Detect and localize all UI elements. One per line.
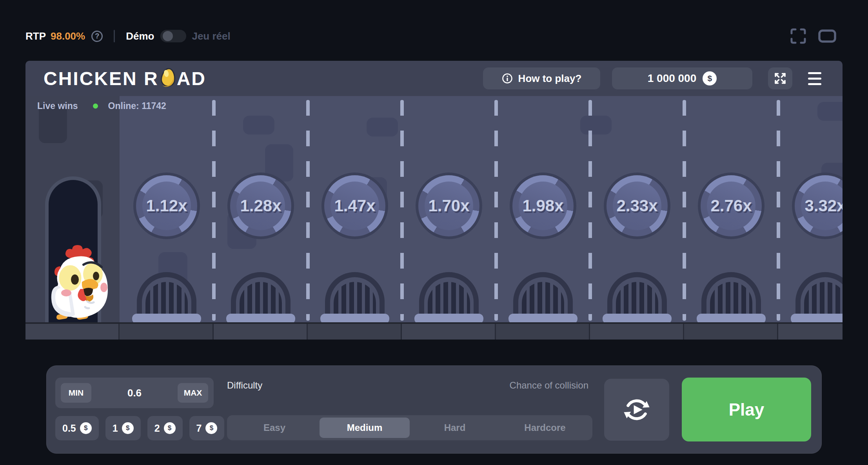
tab-hardcore[interactable]: Hardcore bbox=[500, 418, 590, 438]
multiplier-plate: 3.32x bbox=[792, 173, 843, 239]
lane-3: 1.47x bbox=[308, 96, 402, 322]
live-wins-label[interactable]: Live wins bbox=[37, 101, 78, 111]
game-header: CHICKEN R AD How to bbox=[25, 61, 843, 96]
multiplier-plate: 1.98x bbox=[510, 173, 576, 239]
header-actions: How to play? 1 000 000 $ bbox=[483, 67, 821, 89]
logo-text-prefix: CHICKEN R bbox=[44, 68, 159, 89]
live-bar: Live wins Online: 11742 bbox=[37, 101, 166, 111]
autoplay-icon bbox=[621, 394, 652, 425]
online-dot-icon bbox=[93, 104, 98, 109]
min-bet-button[interactable]: MIN bbox=[61, 383, 91, 403]
rtp-value: 98.00% bbox=[51, 30, 85, 42]
bet-amount-box: MIN 0.6 MAX bbox=[55, 378, 214, 408]
sewer-grate bbox=[791, 271, 843, 322]
autoplay-button[interactable] bbox=[604, 379, 669, 441]
multiplier-value: 2.76x bbox=[698, 173, 764, 239]
demo-mode-label: Démo bbox=[126, 30, 154, 42]
curb bbox=[25, 322, 843, 340]
quick-bet-chips: 0.5 $ 1 $ 2 $ 7 $ bbox=[55, 416, 224, 440]
chance-of-collision-label: Chance of collision bbox=[510, 380, 592, 391]
how-to-play-button[interactable]: How to play? bbox=[483, 67, 600, 89]
menu-bar bbox=[808, 83, 821, 85]
online-count: Online: 11742 bbox=[108, 101, 166, 111]
expand-arrows-icon bbox=[774, 72, 787, 85]
dollar-coin-icon: $ bbox=[80, 422, 92, 434]
sewer-grate bbox=[508, 271, 577, 322]
multiplier-value: 1.47x bbox=[321, 173, 388, 239]
chicken-road-game-page: RTP 98.00% ? Démo Jeu réel CHICKEN R bbox=[0, 0, 868, 465]
fullscreen-icon[interactable] bbox=[790, 28, 806, 44]
multiplier-plate: 1.70x bbox=[416, 173, 482, 239]
tab-hard[interactable]: Hard bbox=[410, 418, 500, 438]
balance-display[interactable]: 1 000 000 $ bbox=[612, 67, 752, 89]
real-mode-label: Jeu réel bbox=[192, 30, 230, 42]
divider bbox=[114, 30, 115, 42]
multiplier-value: 1.28x bbox=[227, 173, 294, 239]
lane-7: 2.76x bbox=[684, 96, 778, 322]
play-button[interactable]: Play bbox=[682, 378, 811, 441]
lane-6: 2.33x bbox=[590, 96, 684, 322]
how-to-play-label: How to play? bbox=[518, 73, 582, 85]
lane-4: 1.70x bbox=[402, 96, 496, 322]
lane-8: 3.32x bbox=[778, 96, 843, 322]
lane-1: 1.12x bbox=[120, 96, 214, 322]
max-bet-button[interactable]: MAX bbox=[178, 383, 208, 403]
sewer-grate bbox=[132, 271, 201, 322]
rtp-help-icon[interactable]: ? bbox=[91, 31, 103, 42]
game-frame: CHICKEN R AD How to bbox=[25, 61, 843, 340]
chicken-character bbox=[46, 245, 109, 322]
multiplier-plate: 2.33x bbox=[604, 173, 670, 239]
quick-bet-1-button[interactable]: 1 $ bbox=[105, 416, 141, 440]
menu-button[interactable] bbox=[808, 72, 821, 85]
difficulty-label: Difficulty bbox=[227, 380, 262, 391]
menu-bar bbox=[808, 72, 821, 74]
sewer-grate bbox=[603, 271, 672, 322]
tab-easy[interactable]: Easy bbox=[229, 418, 320, 438]
theater-mode-icon[interactable] bbox=[818, 29, 836, 43]
quick-bet-0.5-button[interactable]: 0.5 $ bbox=[55, 416, 99, 440]
multiplier-value: 1.70x bbox=[416, 173, 482, 239]
dollar-coin-icon: $ bbox=[205, 422, 217, 434]
window-controls bbox=[790, 24, 836, 48]
sewer-grate bbox=[414, 271, 483, 322]
expand-game-button[interactable] bbox=[768, 67, 792, 89]
road: 1.12x 1.28x 1. bbox=[25, 96, 843, 322]
toggle-knob bbox=[163, 31, 173, 41]
multiplier-plate: 1.28x bbox=[227, 173, 294, 239]
balance-value: 1 000 000 bbox=[648, 72, 697, 85]
info-icon bbox=[502, 73, 513, 84]
logo-text-suffix: AD bbox=[177, 68, 206, 89]
dollar-coin-icon: $ bbox=[164, 422, 176, 434]
quick-bet-2-button[interactable]: 2 $ bbox=[147, 416, 183, 440]
difficulty-tabs: Easy Medium Hard Hardcore bbox=[227, 415, 592, 440]
multiplier-plate: 1.47x bbox=[321, 173, 388, 239]
top-bar: RTP 98.00% ? Démo Jeu réel bbox=[25, 24, 231, 48]
lane-5: 1.98x bbox=[496, 96, 590, 322]
control-panel: MIN 0.6 MAX 0.5 $ 1 $ 2 $ 7 $ Difficulty bbox=[46, 365, 822, 454]
quick-bet-7-button[interactable]: 7 $ bbox=[189, 416, 225, 440]
game-logo: CHICKEN R AD bbox=[44, 67, 206, 89]
dollar-coin-icon: $ bbox=[122, 422, 134, 434]
sewer-grate bbox=[320, 271, 389, 322]
sewer-grate bbox=[697, 271, 766, 322]
tab-medium[interactable]: Medium bbox=[320, 418, 410, 438]
bet-amount-value[interactable]: 0.6 bbox=[91, 387, 178, 399]
multiplier-plate: 2.76x bbox=[698, 173, 764, 239]
golden-egg-icon bbox=[160, 67, 176, 88]
menu-bar bbox=[808, 78, 821, 80]
difficulty-header-row: Difficulty Chance of collision bbox=[227, 380, 592, 391]
multiplier-value: 1.12x bbox=[133, 173, 200, 239]
rtp-label: RTP bbox=[25, 30, 46, 42]
multiplier-plate: 1.12x bbox=[133, 173, 200, 239]
demo-real-toggle[interactable] bbox=[160, 30, 186, 42]
sewer-grate bbox=[226, 271, 295, 322]
multiplier-value: 1.98x bbox=[510, 173, 576, 239]
multiplier-value: 3.32x bbox=[792, 173, 843, 239]
dollar-coin-icon: $ bbox=[703, 71, 717, 85]
multiplier-value: 2.33x bbox=[604, 173, 670, 239]
lane-2: 1.28x bbox=[214, 96, 308, 322]
